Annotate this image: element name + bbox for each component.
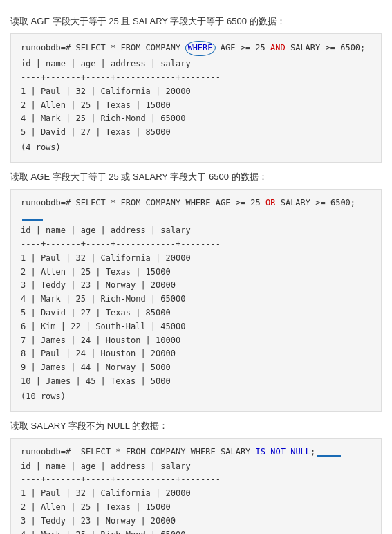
sql-prompt-3: runoobdb=# SELECT * FROM COMPANY WHERE S… xyxy=(21,447,256,457)
section-1: 读取 AGE 字段大于等于 25 且 SALARY 字段大于等于 6500 的数… xyxy=(10,15,382,163)
not-keyword-3: NOT xyxy=(270,447,286,457)
where-keyword-1: WHERE xyxy=(185,41,215,56)
sql-prompt-2: runoobdb=# SELECT * FROM COMPANY WHERE A… xyxy=(21,198,265,208)
section-3-divider: ----+-------+-----+------------+-------- xyxy=(21,473,371,487)
section-3-title: 读取 SALARY 字段不为 NULL 的数据： xyxy=(10,420,382,432)
section-2-table: id | name | age | address | salary ----+… xyxy=(21,224,371,403)
section-2-divider: ----+-------+-----+------------+-------- xyxy=(21,238,371,252)
table-row: 2 | Allen | 25 | Texas | 15000 xyxy=(21,501,371,515)
section-3-table: id | name | age | address | salary ----+… xyxy=(21,460,371,534)
section-1-title: 读取 AGE 字段大于等于 25 且 SALARY 字段大于等于 6500 的数… xyxy=(10,15,382,28)
sql-age-1: AGE >= 25 xyxy=(216,43,270,53)
table-row: 2 | Allen | 25 | Texas | 15000 xyxy=(21,99,371,113)
section-1-rowcount: (4 rows) xyxy=(21,141,371,155)
is-keyword-3: IS xyxy=(256,447,265,457)
section-2-title: 读取 AGE 字段大于等于 25 或 SALARY 字段大于 6500 的数据： xyxy=(10,171,382,183)
section-1-headers: id | name | age | address | salary xyxy=(21,57,371,71)
section-3: 读取 SALARY 字段不为 NULL 的数据： runoobdb=# SELE… xyxy=(10,420,382,535)
table-row: 3 | Teddy | 23 | Norway | 20000 xyxy=(21,515,371,528)
section-2-sql: runoobdb=# SELECT * FROM COMPANY WHERE A… xyxy=(21,196,371,223)
section-2: 读取 AGE 字段大于等于 25 或 SALARY 字段大于 6500 的数据：… xyxy=(10,171,382,412)
section-3-sql: runoobdb=# SELECT * FROM COMPANY WHERE S… xyxy=(21,445,371,459)
table-row: 5 | David | 27 | Texas | 85000 xyxy=(21,306,371,320)
sql-end-3: ; xyxy=(310,447,315,457)
table-row: 8 | Paul | 24 | Houston | 20000 xyxy=(21,347,371,361)
table-row: 1 | Paul | 32 | California | 20000 xyxy=(21,487,371,501)
section-1-table: id | name | age | address | salary ----+… xyxy=(21,57,371,155)
section-1-divider: ----+-------+-----+------------+-------- xyxy=(21,71,371,85)
or-underline-annotation xyxy=(22,215,43,221)
and-keyword-1: AND xyxy=(270,43,286,53)
table-row: 1 | Paul | 32 | California | 20000 xyxy=(21,85,371,99)
section-3-headers: id | name | age | address | salary xyxy=(21,460,371,474)
table-row: 3 | Teddy | 23 | Norway | 20000 xyxy=(21,279,371,293)
null-underline-annotation xyxy=(317,451,341,457)
sql-prompt-1: runoobdb=# SELECT * FROM COMPANY xyxy=(21,43,185,53)
or-keyword-2: OR xyxy=(265,198,275,208)
section-2-rowcount: (10 rows) xyxy=(21,390,371,404)
table-row: 4 | Mark | 25 | Rich-Mond | 65000 xyxy=(21,528,371,534)
section-2-code-block: runoobdb=# SELECT * FROM COMPANY WHERE A… xyxy=(10,189,382,412)
table-row: 10 | James | 45 | Texas | 5000 xyxy=(21,375,371,389)
table-row: 7 | James | 24 | Houston | 10000 xyxy=(21,334,371,348)
sql-salary-1: SALARY >= 6500; xyxy=(286,43,366,53)
section-1-code-block: runoobdb=# SELECT * FROM COMPANY WHERE A… xyxy=(10,33,382,163)
table-row: 4 | Mark | 25 | Rich-Mond | 65000 xyxy=(21,112,371,126)
table-row: 1 | Paul | 32 | California | 20000 xyxy=(21,252,371,266)
sql-salary-2: SALARY >= 6500; xyxy=(275,198,355,208)
table-row: 4 | Mark | 25 | Rich-Mond | 65000 xyxy=(21,293,371,306)
table-row: 5 | David | 27 | Texas | 85000 xyxy=(21,126,371,140)
section-2-headers: id | name | age | address | salary xyxy=(21,224,371,238)
section-3-code-block: runoobdb=# SELECT * FROM COMPANY WHERE S… xyxy=(10,438,382,535)
null-keyword-3: NULL xyxy=(290,447,310,457)
section-1-sql: runoobdb=# SELECT * FROM COMPANY WHERE A… xyxy=(21,41,371,56)
table-row: 2 | Allen | 25 | Texas | 15000 xyxy=(21,266,371,279)
table-row: 9 | James | 44 | Norway | 5000 xyxy=(21,361,371,375)
table-row: 6 | Kim | 22 | South-Hall | 45000 xyxy=(21,320,371,334)
